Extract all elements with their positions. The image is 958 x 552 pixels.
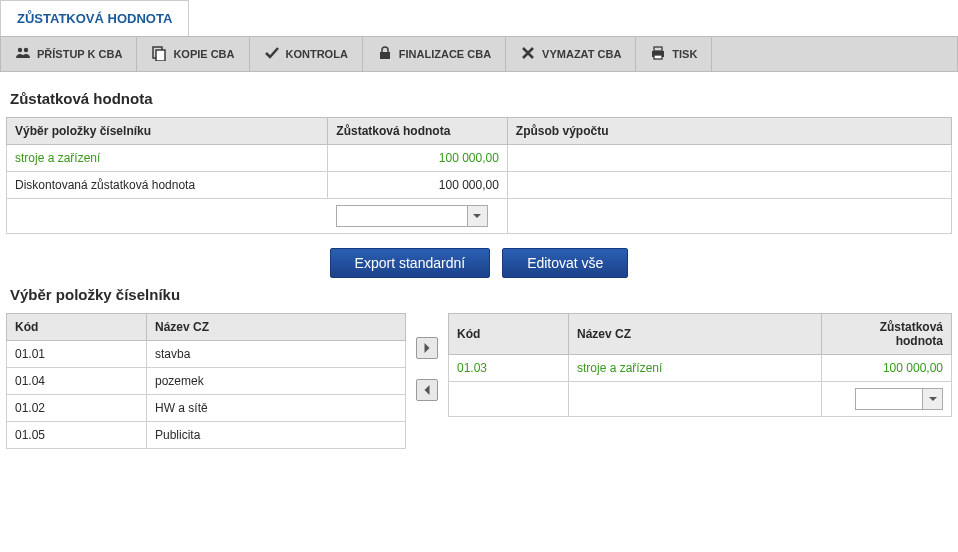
svg-rect-4 bbox=[380, 52, 390, 59]
main-tab[interactable]: ZŮSTATKOVÁ HODNOTA bbox=[0, 0, 189, 36]
cell-code: 01.04 bbox=[7, 368, 147, 395]
people-icon bbox=[15, 45, 31, 63]
list-item[interactable]: 01.03 stroje a zařízení 100 000,00 bbox=[449, 355, 952, 382]
svg-rect-5 bbox=[654, 47, 662, 51]
cell-code: 01.01 bbox=[7, 341, 147, 368]
left-header-code[interactable]: Kód bbox=[7, 314, 147, 341]
picker-left-grid: Kód Název CZ 01.01stavba 01.04pozemek 01… bbox=[6, 313, 406, 449]
left-header-name[interactable]: Název CZ bbox=[147, 314, 406, 341]
grid-header-col2[interactable]: Zůstatková hodnota bbox=[328, 118, 508, 145]
svg-rect-7 bbox=[654, 55, 662, 59]
svg-point-1 bbox=[24, 48, 28, 52]
grid-cell-label: Diskontovaná zůstatková hodnota bbox=[7, 172, 328, 199]
grid-header-col1[interactable]: Výběr položky číselníku bbox=[7, 118, 328, 145]
svg-rect-3 bbox=[156, 50, 165, 61]
export-button-label: Export standardní bbox=[355, 255, 466, 271]
right-filter-row bbox=[449, 382, 952, 417]
filter-combo[interactable] bbox=[855, 388, 943, 410]
dropdown-icon[interactable] bbox=[922, 389, 942, 409]
list-item[interactable]: 01.04pozemek bbox=[7, 368, 406, 395]
lock-icon bbox=[377, 45, 393, 63]
toolbar-tisk[interactable]: TISK bbox=[636, 37, 712, 71]
toolbar-kopie[interactable]: KOPIE CBA bbox=[137, 37, 249, 71]
toolbar-finalizace[interactable]: FINALIZACE CBA bbox=[363, 37, 506, 71]
cell-value: 100 000,00 bbox=[822, 355, 952, 382]
cell-name: stroje a zařízení bbox=[569, 355, 822, 382]
toolbar: PŘÍSTUP K CBA KOPIE CBA KONTROLA FINALIZ… bbox=[0, 36, 958, 72]
toolbar-kontrola[interactable]: KONTROLA bbox=[250, 37, 363, 71]
cell-name: pozemek bbox=[147, 368, 406, 395]
cell-name: HW a sítě bbox=[147, 395, 406, 422]
check-icon bbox=[264, 45, 280, 63]
svg-point-0 bbox=[18, 48, 22, 52]
list-item[interactable]: 01.05Publicita bbox=[7, 422, 406, 449]
grid-row[interactable]: Diskontovaná zůstatková hodnota 100 000,… bbox=[7, 172, 952, 199]
export-button[interactable]: Export standardní bbox=[330, 248, 491, 278]
filter-combo[interactable] bbox=[336, 205, 488, 227]
move-right-button[interactable] bbox=[416, 337, 438, 359]
dropdown-icon[interactable] bbox=[467, 206, 487, 226]
move-left-button[interactable] bbox=[416, 379, 438, 401]
toolbar-pristup[interactable]: PŘÍSTUP K CBA bbox=[1, 37, 137, 71]
grid-filter-row bbox=[7, 199, 952, 234]
section2-title: Výběr položky číselníku bbox=[10, 286, 952, 303]
list-item[interactable]: 01.01stavba bbox=[7, 341, 406, 368]
toolbar-label: VYMAZAT CBA bbox=[542, 48, 621, 60]
cancel-icon bbox=[520, 45, 536, 63]
toolbar-label: FINALIZACE CBA bbox=[399, 48, 491, 60]
grid-cell-value: 100 000,00 bbox=[328, 172, 508, 199]
cell-code: 01.02 bbox=[7, 395, 147, 422]
cell-code: 01.05 bbox=[7, 422, 147, 449]
right-header-name[interactable]: Název CZ bbox=[569, 314, 822, 355]
grid-zustatkova: Výběr položky číselníku Zůstatková hodno… bbox=[6, 117, 952, 234]
filter-input[interactable] bbox=[856, 389, 922, 409]
cell-name: Publicita bbox=[147, 422, 406, 449]
copy-icon bbox=[151, 45, 167, 63]
grid-header-col3[interactable]: Způsob výpočtu bbox=[507, 118, 951, 145]
grid-cell-label[interactable]: stroje a zařízení bbox=[7, 145, 328, 172]
main-tab-label: ZŮSTATKOVÁ HODNOTA bbox=[17, 11, 172, 26]
grid-cell-calc bbox=[507, 172, 951, 199]
toolbar-label: KONTROLA bbox=[286, 48, 348, 60]
cell-code: 01.03 bbox=[449, 355, 569, 382]
right-header-value[interactable]: Zůstatková hodnota bbox=[822, 314, 952, 355]
filter-input[interactable] bbox=[337, 206, 467, 226]
grid-cell-value: 100 000,00 bbox=[328, 145, 508, 172]
toolbar-label: KOPIE CBA bbox=[173, 48, 234, 60]
grid-cell-calc bbox=[507, 145, 951, 172]
list-item[interactable]: 01.02HW a sítě bbox=[7, 395, 406, 422]
toolbar-vymazat[interactable]: VYMAZAT CBA bbox=[506, 37, 636, 71]
toolbar-label: PŘÍSTUP K CBA bbox=[37, 48, 122, 60]
grid-row[interactable]: stroje a zařízení 100 000,00 bbox=[7, 145, 952, 172]
toolbar-label: TISK bbox=[672, 48, 697, 60]
edit-all-button-label: Editovat vše bbox=[527, 255, 603, 271]
edit-all-button[interactable]: Editovat vše bbox=[502, 248, 628, 278]
print-icon bbox=[650, 45, 666, 63]
cell-name: stavba bbox=[147, 341, 406, 368]
picker-right-grid: Kód Název CZ Zůstatková hodnota 01.03 st… bbox=[448, 313, 952, 417]
right-header-code[interactable]: Kód bbox=[449, 314, 569, 355]
section1-title: Zůstatková hodnota bbox=[10, 90, 952, 107]
